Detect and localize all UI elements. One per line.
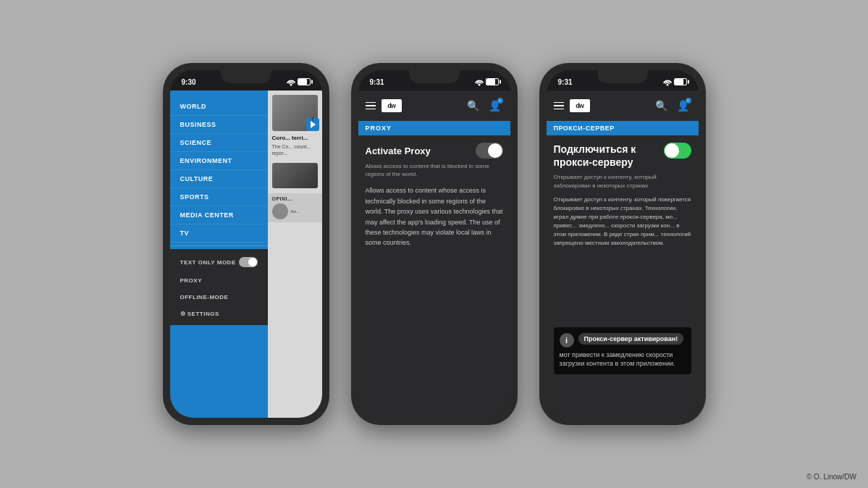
phone-3: 9:31 dw 🔍 👤 0	[539, 63, 706, 425]
phone-1-screen: 9:30 WORLD BUSINESS SCIENCE ENVIRONMENT …	[170, 70, 322, 418]
phone-2-screen: 9:31 dw 🔍 👤 0	[358, 70, 510, 418]
sidebar-item-text-only-mode[interactable]: TEXT ONLY MODE	[170, 252, 268, 272]
phone-1-content: WORLD BUSINESS SCIENCE ENVIRONMENT CULTU…	[170, 91, 322, 418]
dw-header-2: dw 🔍 👤 0	[358, 91, 510, 121]
opinion-avatar	[272, 203, 288, 219]
offline-mode-label: OFFLINE-MODE	[180, 294, 229, 300]
tooltip-icon-row: i Прокси-сервер активирован!	[560, 333, 686, 348]
back-arrow[interactable]: ‹	[311, 112, 315, 124]
sidebar-item-proxy[interactable]: PROXY	[170, 272, 268, 289]
wifi-icon-3	[663, 77, 672, 86]
sidebar-item-sports[interactable]: SPORTS	[170, 188, 268, 206]
activate-proxy-sub: Allows access to content that is blocked…	[366, 162, 503, 178]
notch-3	[597, 70, 648, 83]
tooltip-text: мот привести к замедлению скорости загру…	[560, 350, 686, 369]
sidebar-settings: TEXT ONLY MODE PROXY OFFLINE-MODE ⚙ SETT…	[170, 249, 268, 325]
tooltip-backdrop: i Прокси-сервер активирован! мот привест…	[554, 327, 691, 374]
battery-icon-3	[674, 78, 687, 85]
info-icon: i	[560, 333, 574, 348]
proxy-description: Allows access to content whose access is…	[366, 185, 503, 248]
news-image-2	[272, 163, 318, 188]
search-icon-2[interactable]: 🔍	[465, 98, 481, 114]
proxy-label: PROXY	[180, 277, 203, 284]
phone-1: 9:30 WORLD BUSINESS SCIENCE ENVIRONMENT …	[163, 63, 329, 425]
wifi-icon-2	[475, 77, 484, 86]
status-bar-1: 9:30	[170, 70, 322, 91]
opinions-label: OPINI...	[272, 196, 318, 201]
opinion-avatar-row: An...	[272, 203, 318, 219]
news-card-2	[268, 161, 322, 193]
dw-logo-3: dw	[570, 99, 590, 112]
dw-logo-box-3: dw	[570, 99, 590, 112]
sidebar-item-culture[interactable]: CULTURE	[170, 170, 268, 188]
user-badge-3: 0	[686, 98, 691, 104]
hamburger-icon-3[interactable]	[554, 102, 564, 110]
phone-1-body: 9:30 WORLD BUSINESS SCIENCE ENVIRONMENT …	[163, 63, 329, 425]
sidebar-item-offline-mode[interactable]: OFFLINE-MODE	[170, 289, 268, 306]
wifi-icon-1	[287, 77, 295, 86]
user-icon-3[interactable]: 👤 0	[675, 98, 691, 114]
phone-2-body: 9:31 dw 🔍 👤 0	[351, 63, 518, 425]
settings-label: ⚙ SETTINGS	[180, 311, 219, 317]
news-title-1: Coro... terri...	[272, 135, 318, 142]
opinion-text: An...	[291, 209, 300, 214]
activate-proxy-row: Activate Proxy	[366, 143, 503, 159]
proxy-content-3: Подключиться к прокси-серверу Открывает …	[547, 135, 699, 418]
proxy-tooltip: i Прокси-сервер активирован! мот привест…	[554, 327, 691, 374]
sidebar-item-science[interactable]: SCIENCE	[170, 134, 268, 152]
dw-header-3: dw 🔍 👤 0	[547, 91, 699, 121]
proxy-section-header-3: ПРОКСИ-СЕРВЕР	[547, 121, 699, 135]
sidebar-item-tv[interactable]: TV	[170, 224, 268, 243]
photo-caption: © O. Linow/DW	[806, 469, 856, 482]
status-icons-2	[475, 77, 499, 86]
activate-proxy-toggle[interactable]	[476, 143, 503, 159]
sidebar-item-settings[interactable]: ⚙ SETTINGS	[170, 306, 268, 322]
proxy-content-2: Activate Proxy Allows access to content …	[358, 135, 510, 418]
notch-1	[221, 70, 271, 83]
toggle-knob-3	[665, 143, 679, 158]
connect-proxy-sub: Открывает доступ к контенту, который заб…	[554, 173, 691, 189]
phone-3-body: 9:31 dw 🔍 👤 0	[539, 63, 706, 425]
proxy-section-header-2: PROXY	[358, 121, 510, 135]
text-only-mode-toggle[interactable]	[239, 257, 258, 267]
phone-2: 9:31 dw 🔍 👤 0	[351, 63, 518, 425]
phone-1-news-area: Coro... terri... The Co... count... repo…	[268, 91, 322, 418]
text-only-mode-label: TEXT ONLY MODE	[180, 259, 236, 266]
user-icon-2[interactable]: 👤 0	[487, 98, 503, 114]
status-bar-3: 9:31	[547, 70, 699, 91]
tooltip-label: Прокси-сервер активирован!	[578, 333, 684, 345]
dw-logo-2: dw	[382, 99, 402, 112]
status-icons-1	[287, 77, 311, 86]
user-badge-2: 0	[497, 98, 503, 104]
status-time-1: 9:30	[182, 78, 196, 86]
status-icons-3	[663, 77, 687, 86]
sidebar-divider	[170, 245, 268, 246]
sidebar-item-business[interactable]: BUSINESS	[170, 116, 268, 134]
toggle-knob-2	[488, 143, 502, 158]
notch-2	[409, 70, 460, 83]
status-time-2: 9:31	[370, 78, 384, 86]
battery-icon-2	[486, 78, 499, 85]
connect-proxy-row: Подключиться к прокси-серверу	[554, 143, 691, 169]
news-card-1: Coro... terri... The Co... count... repo…	[268, 91, 322, 161]
status-bar-2: 9:31	[358, 70, 510, 91]
status-time-3: 9:31	[558, 78, 573, 86]
connect-proxy-desc: Открывает доступ к контенту, который пов…	[554, 195, 691, 248]
connect-proxy-toggle[interactable]	[664, 143, 691, 159]
sidebar-item-world[interactable]: WORLD	[170, 98, 268, 116]
connect-proxy-title: Подключиться к прокси-серверу	[554, 143, 648, 169]
sidebar: WORLD BUSINESS SCIENCE ENVIRONMENT CULTU…	[170, 91, 268, 418]
opinions-section: OPINI... An...	[268, 193, 322, 222]
phone-3-screen: 9:31 dw 🔍 👤 0	[547, 70, 699, 418]
activate-proxy-title: Activate Proxy	[366, 146, 431, 156]
sidebar-item-environment[interactable]: ENVIRONMENT	[170, 152, 268, 170]
news-body-1: The Co... count... repor...	[272, 143, 318, 156]
hamburger-icon-2[interactable]	[366, 102, 376, 110]
search-icon-3[interactable]: 🔍	[654, 98, 670, 114]
sidebar-item-media-center[interactable]: MEDIA CENTER	[170, 206, 268, 224]
battery-icon-1	[298, 78, 311, 85]
dw-logo-box-2: dw	[382, 99, 402, 112]
